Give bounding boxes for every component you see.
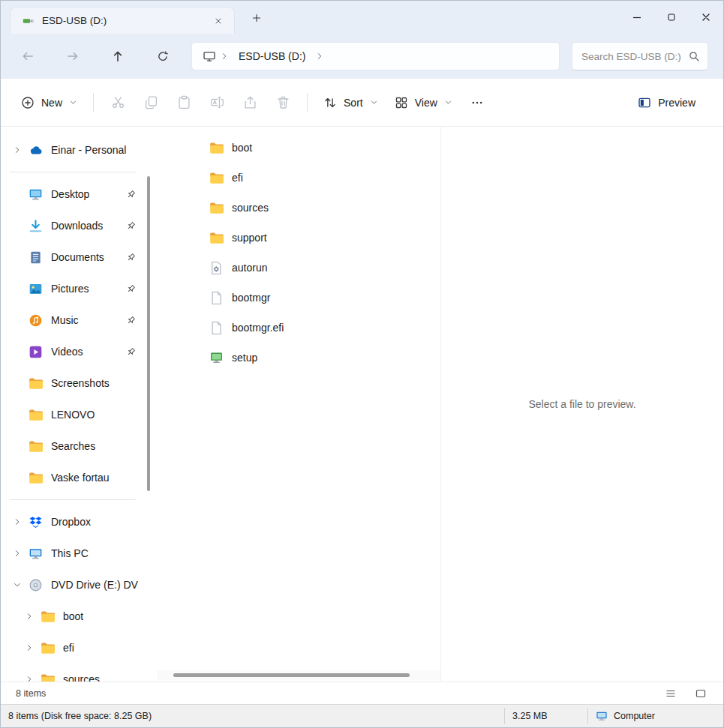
sidebar-item-downloads[interactable]: Downloads bbox=[1, 210, 157, 241]
rename-button[interactable] bbox=[200, 88, 233, 118]
tab-close-button[interactable] bbox=[209, 11, 228, 31]
copy-icon bbox=[144, 95, 158, 109]
chevron-right-icon[interactable] bbox=[8, 515, 26, 529]
new-tab-button[interactable] bbox=[245, 7, 268, 29]
status-bar: 8 items bbox=[1, 682, 723, 704]
sidebar-item-label: Documents bbox=[51, 251, 104, 263]
sidebar-item-videos[interactable]: Videos bbox=[1, 336, 157, 367]
file-name: boot bbox=[232, 142, 252, 154]
file-row-boot[interactable]: boot bbox=[163, 133, 434, 163]
close-icon bbox=[214, 16, 223, 25]
sidebar-item-pictures[interactable]: Pictures bbox=[1, 273, 157, 304]
status-items-text: 8 items (Disk free space: 8.25 GB) bbox=[8, 711, 152, 721]
maximize-button[interactable] bbox=[654, 1, 689, 34]
share-button[interactable] bbox=[233, 88, 266, 118]
chevron-right-icon[interactable] bbox=[20, 673, 38, 682]
paste-button[interactable] bbox=[167, 88, 200, 118]
search-input[interactable] bbox=[581, 51, 688, 62]
sidebar-item-dropbox[interactable]: Dropbox bbox=[1, 506, 157, 538]
navigation-pane: Einar - Personal Desktop Downloads Docum… bbox=[1, 127, 157, 682]
sort-button[interactable]: Sort bbox=[315, 89, 386, 116]
up-button[interactable] bbox=[103, 43, 133, 70]
sidebar-item-documents[interactable]: Documents bbox=[1, 241, 157, 273]
more-options-button[interactable] bbox=[461, 88, 494, 118]
file-name: support bbox=[232, 232, 267, 244]
preview-button[interactable]: Preview bbox=[629, 89, 704, 116]
clipboard-icon bbox=[177, 95, 191, 109]
horizontal-scrollbar[interactable] bbox=[157, 670, 440, 680]
chevron-down-icon[interactable] bbox=[8, 578, 26, 592]
file-row-support[interactable]: support bbox=[163, 223, 434, 253]
sidebar-item-music[interactable]: Music bbox=[1, 304, 157, 336]
horizontal-scrollbar-thumb[interactable] bbox=[173, 673, 410, 677]
preview-pane-icon bbox=[638, 96, 651, 109]
grid-view-icon bbox=[395, 96, 408, 109]
file-row-bootmgr-efi[interactable]: bootmgr.efi bbox=[163, 313, 434, 343]
forward-button[interactable] bbox=[58, 43, 88, 70]
explorer-tab[interactable]: ESD-USB (D:) bbox=[10, 7, 235, 34]
delete-button[interactable] bbox=[266, 88, 299, 118]
sort-button-label: Sort bbox=[344, 97, 363, 109]
sidebar-item-label: efi bbox=[63, 642, 74, 654]
breadcrumb-chevron-icon[interactable] bbox=[220, 52, 229, 61]
details-view-button[interactable] bbox=[657, 685, 684, 703]
status-size-text: 3.25 MB bbox=[512, 711, 548, 721]
cut-button[interactable] bbox=[101, 88, 134, 118]
chevron-right-icon[interactable] bbox=[8, 143, 26, 157]
minimize-button[interactable] bbox=[620, 1, 654, 34]
search-box[interactable] bbox=[572, 42, 708, 70]
breadcrumb-chevron-icon[interactable] bbox=[315, 52, 324, 61]
sidebar-item-efi[interactable]: efi bbox=[1, 632, 157, 664]
copy-button[interactable] bbox=[134, 88, 167, 118]
new-button[interactable]: New bbox=[13, 89, 86, 116]
sidebar-item-sources[interactable]: sources bbox=[1, 664, 157, 682]
preview-pane: Select a file to preview. bbox=[440, 127, 723, 682]
file-name: autorun bbox=[232, 262, 267, 274]
pin-icon bbox=[125, 346, 137, 358]
file-row-bootmgr[interactable]: bootmgr bbox=[163, 283, 434, 313]
file-name: bootmgr.efi bbox=[232, 322, 284, 334]
file-row-setup[interactable]: setup bbox=[163, 343, 434, 373]
sidebar-item-dvd-drive[interactable]: DVD Drive (E:) DV bbox=[1, 569, 157, 601]
file-row-autorun[interactable]: autorun bbox=[163, 253, 434, 283]
file-row-efi[interactable]: efi bbox=[163, 163, 434, 193]
window-controls bbox=[620, 1, 723, 34]
trash-icon bbox=[276, 95, 290, 109]
sidebar-item-this-pc[interactable]: This PC bbox=[1, 538, 157, 569]
dvd-drive-icon bbox=[29, 578, 43, 592]
refresh-button[interactable] bbox=[148, 43, 178, 70]
chevron-right-icon[interactable] bbox=[8, 547, 26, 560]
chevron-right-icon[interactable] bbox=[20, 641, 38, 655]
status-size-section: 3.25 MB bbox=[505, 705, 587, 727]
view-button-label: View bbox=[415, 97, 437, 109]
sidebar-item-boot[interactable]: boot bbox=[1, 601, 157, 632]
back-button[interactable] bbox=[13, 43, 43, 70]
sidebar-item-screenshots[interactable]: Screenshots bbox=[1, 367, 157, 399]
sidebar-item-onedrive[interactable]: Einar - Personal bbox=[1, 134, 157, 166]
folder-icon bbox=[209, 201, 224, 215]
computer-icon[interactable] bbox=[203, 49, 216, 63]
file-icon bbox=[209, 321, 224, 335]
up-arrow-icon bbox=[111, 49, 125, 63]
address-bar[interactable]: ESD-USB (D:) bbox=[191, 42, 560, 70]
pin-icon bbox=[125, 283, 137, 295]
view-button[interactable]: View bbox=[386, 89, 461, 116]
breadcrumb-drive[interactable]: ESD-USB (D:) bbox=[233, 50, 311, 62]
sidebar-item-vaske-fortau[interactable]: Vaske fortau bbox=[1, 462, 157, 493]
sidebar-item-desktop[interactable]: Desktop bbox=[1, 178, 157, 210]
sidebar-item-label: Searches bbox=[51, 440, 95, 452]
file-row-sources[interactable]: sources bbox=[163, 193, 434, 223]
sort-arrows-icon bbox=[323, 96, 337, 109]
sidebar-item-label: boot bbox=[63, 610, 83, 622]
dropbox-icon bbox=[29, 515, 43, 529]
command-toolbar: New Sort View bbox=[1, 79, 723, 127]
sidebar-item-searches[interactable]: Searches bbox=[1, 430, 157, 462]
thumbnails-view-button[interactable] bbox=[687, 685, 714, 703]
file-name: bootmgr bbox=[232, 292, 270, 304]
search-icon[interactable] bbox=[688, 50, 700, 62]
sidebar-scrollbar[interactable] bbox=[147, 176, 150, 491]
sidebar-item-lenovo[interactable]: LENOVO bbox=[1, 399, 157, 430]
close-button[interactable] bbox=[689, 1, 723, 34]
chevron-right-icon[interactable] bbox=[20, 610, 38, 623]
preview-button-label: Preview bbox=[658, 97, 695, 109]
